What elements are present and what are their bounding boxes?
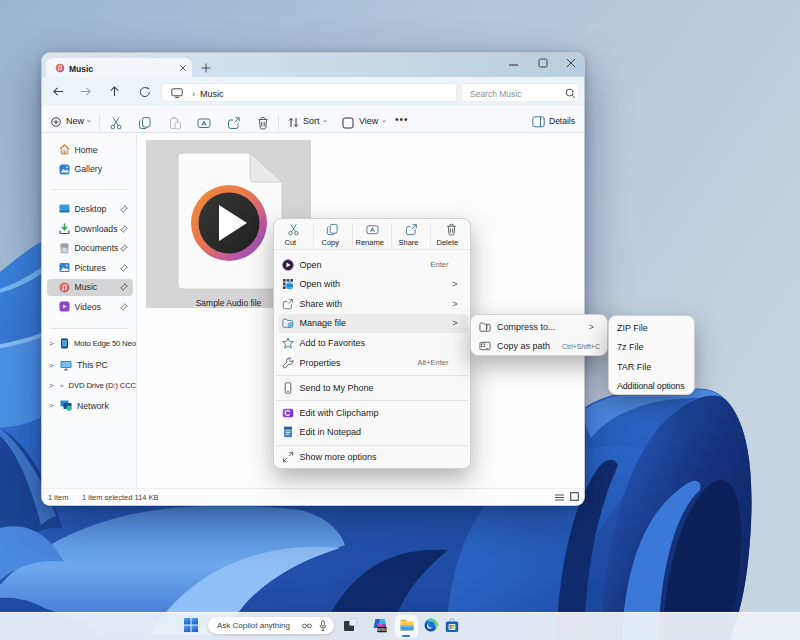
svg-text:M365: M365 bbox=[377, 627, 388, 632]
